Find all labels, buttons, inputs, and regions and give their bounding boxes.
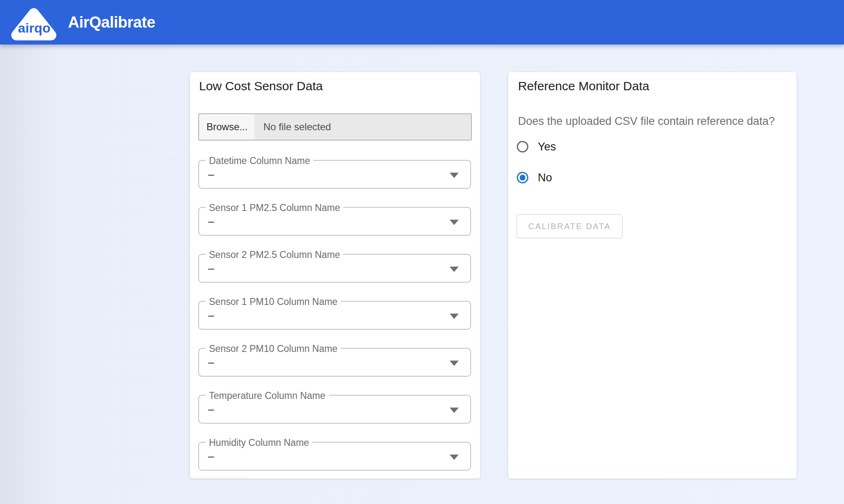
select-sensor2-pm25-column[interactable]: Sensor 2 PM2.5 Column Name – bbox=[198, 254, 471, 283]
airqo-logo-text: airqo bbox=[18, 21, 51, 35]
select-label: Sensor 2 PM2.5 Column Name bbox=[206, 249, 343, 260]
dropdown-arrow-icon bbox=[450, 455, 459, 460]
select-value: – bbox=[208, 161, 214, 188]
dropdown-arrow-icon bbox=[450, 314, 459, 319]
select-value: – bbox=[208, 208, 214, 235]
radio-label: No bbox=[538, 171, 552, 184]
radio-label: Yes bbox=[538, 141, 556, 153]
reference-card-title: Reference Monitor Data bbox=[518, 78, 649, 94]
select-value: – bbox=[208, 302, 214, 329]
select-value: – bbox=[208, 443, 214, 470]
select-value: – bbox=[208, 255, 214, 282]
radio-option-no[interactable]: No bbox=[517, 169, 552, 186]
airqo-logo: airqo bbox=[9, 6, 58, 41]
radio-option-yes[interactable]: Yes bbox=[517, 138, 556, 155]
app-header: airqo AirQalibrate bbox=[0, 0, 844, 45]
browse-button[interactable]: Browse... bbox=[199, 114, 254, 140]
dropdown-arrow-icon bbox=[450, 267, 459, 272]
radio-button-icon[interactable] bbox=[517, 141, 528, 152]
page: airqo AirQalibrate Low Cost Sensor Data … bbox=[0, 0, 844, 504]
radio-button-icon[interactable] bbox=[517, 172, 528, 183]
app-title: AirQalibrate bbox=[68, 0, 155, 45]
select-sensor2-pm10-column[interactable]: Sensor 2 PM10 Column Name – bbox=[198, 348, 471, 377]
select-value: – bbox=[208, 396, 214, 423]
select-sensor1-pm10-column[interactable]: Sensor 1 PM10 Column Name – bbox=[198, 301, 471, 330]
select-label: Temperature Column Name bbox=[206, 390, 329, 401]
dropdown-arrow-icon bbox=[450, 173, 459, 178]
airqo-logo-icon: airqo bbox=[9, 6, 58, 41]
low-cost-card-title: Low Cost Sensor Data bbox=[199, 78, 323, 94]
select-label: Humidity Column Name bbox=[206, 437, 312, 448]
select-label: Sensor 2 PM10 Column Name bbox=[206, 343, 341, 354]
select-temperature-column[interactable]: Temperature Column Name – bbox=[198, 395, 471, 424]
select-sensor1-pm25-column[interactable]: Sensor 1 PM2.5 Column Name – bbox=[198, 207, 471, 236]
select-label: Sensor 1 PM10 Column Name bbox=[206, 296, 341, 307]
select-value: – bbox=[208, 349, 214, 376]
reference-data-question: Does the uploaded CSV file contain refer… bbox=[518, 115, 775, 128]
reference-monitor-card: Reference Monitor Data Does the uploaded… bbox=[508, 72, 797, 478]
calibrate-data-button[interactable]: CALIBRATE DATA bbox=[516, 214, 623, 239]
select-label: Sensor 1 PM2.5 Column Name bbox=[206, 202, 343, 213]
select-humidity-column[interactable]: Humidity Column Name – bbox=[198, 442, 471, 471]
file-status-text: No file selected bbox=[254, 114, 331, 140]
select-datetime-column[interactable]: Datetime Column Name – bbox=[198, 160, 471, 189]
dropdown-arrow-icon bbox=[450, 220, 459, 225]
low-cost-sensor-card: Low Cost Sensor Data Browse... No file s… bbox=[190, 72, 480, 478]
csv-file-input[interactable]: Browse... No file selected bbox=[198, 113, 472, 141]
dropdown-arrow-icon bbox=[450, 361, 459, 366]
select-label: Datetime Column Name bbox=[206, 155, 313, 166]
dropdown-arrow-icon bbox=[450, 408, 459, 413]
